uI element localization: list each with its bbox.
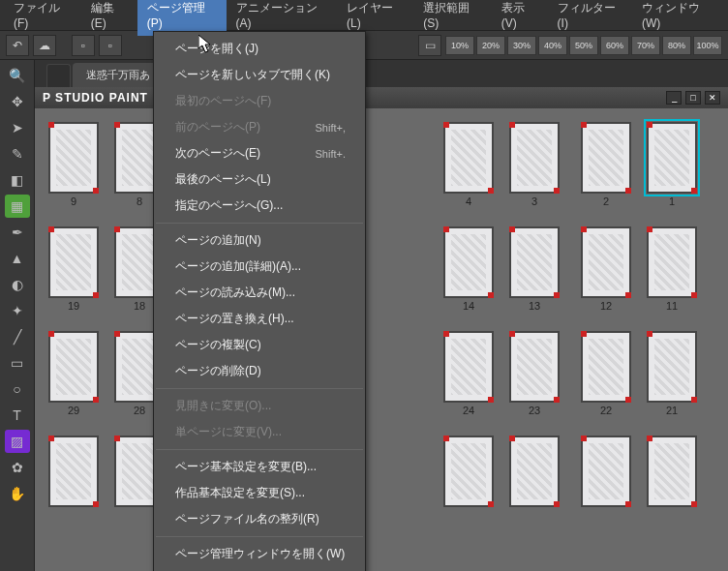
menu-ファイル(F)[interactable]: ファイル(F): [4, 0, 81, 36]
brush-tool-icon[interactable]: ✎: [5, 142, 30, 165]
page-thumbnail[interactable]: 4: [441, 122, 496, 207]
menu-separator: [156, 388, 363, 389]
new-button[interactable]: ▫: [72, 35, 95, 56]
zoom-70%[interactable]: 70%: [631, 36, 660, 55]
close-button[interactable]: ✕: [705, 91, 720, 105]
panel-header: P STUDIO PAINT EX ⎯ □ ✕: [35, 87, 728, 108]
menu-separator: [156, 223, 363, 224]
left-tool-palette: 🔍 ✥ ➤ ✎ ◧ ▦ ✒ ▲ ◐ ✦ ╱ ▭ ○ T ▨ ✿ ✋: [0, 60, 35, 571]
page-thumbnail[interactable]: 14: [441, 226, 496, 312]
zoom-50%[interactable]: 50%: [569, 36, 598, 55]
page-thumbnail[interactable]: 12: [579, 226, 633, 312]
menu-separator: [156, 536, 363, 537]
menu-item[interactable]: ページファイル名の整列(R): [154, 506, 365, 532]
page-number-label: 3: [531, 195, 537, 207]
maximize-button[interactable]: □: [685, 91, 701, 105]
line-tool-icon[interactable]: ╱: [5, 325, 30, 348]
rect-tool-icon[interactable]: ▭: [5, 351, 30, 375]
cloud-button[interactable]: ☁: [33, 35, 56, 56]
menu-item[interactable]: ページの読み込み(M)...: [154, 280, 365, 306]
menu-item[interactable]: 次のページへ(E)Shift+.: [154, 140, 365, 166]
page-thumbnail[interactable]: 2: [579, 122, 633, 207]
menu-item[interactable]: ページ管理ウィンドウを開く(W): [154, 541, 365, 567]
gradient-tool-icon[interactable]: ◐: [5, 273, 30, 296]
tab-bar: 迷惑千万雨あ: [35, 60, 728, 87]
ellipse-tool-icon[interactable]: ○: [5, 377, 30, 401]
menu-item: 最初のページへ(F): [154, 88, 365, 114]
menu-item[interactable]: 指定のページへ(G)...: [154, 193, 365, 219]
stamp-tool-icon[interactable]: ✿: [5, 456, 30, 479]
zoom-60%[interactable]: 60%: [600, 36, 629, 55]
menu-フィルター(I)[interactable]: フィルター(I): [548, 0, 632, 36]
page-thumbnail[interactable]: 19: [46, 226, 101, 312]
menu-bar: ファイル(F)編集(E)ページ管理(P)アニメーション(A)レイヤー(L)選択範…: [0, 0, 728, 31]
menu-item[interactable]: ページの削除(D): [154, 358, 365, 384]
menu-item[interactable]: ページ基本設定を変更(B)...: [154, 454, 365, 480]
document-tab[interactable]: 迷惑千万雨あ: [73, 63, 164, 87]
menu-表示(V)[interactable]: 表示(V): [492, 0, 548, 36]
move-tool-icon[interactable]: ✥: [5, 90, 30, 113]
marquee-tool-icon[interactable]: ▦: [5, 195, 30, 218]
page-number-label: 4: [466, 195, 471, 207]
page-number-label: 14: [463, 300, 474, 312]
pointer-tool-icon[interactable]: ➤: [5, 116, 30, 139]
tab-spacer[interactable]: [46, 64, 71, 87]
panel-title: P STUDIO PAINT EX: [43, 91, 169, 105]
zoom-30%[interactable]: 30%: [507, 36, 536, 55]
zoom-10%[interactable]: 10%: [445, 36, 474, 55]
menu-item[interactable]: ページを新しいタブで開く(K): [154, 62, 365, 88]
page-thumbnail[interactable]: [579, 436, 633, 509]
page-thumbnail[interactable]: 22: [579, 331, 633, 416]
page-thumbnail[interactable]: [46, 436, 101, 509]
menu-item[interactable]: 最後のページへ(L): [154, 166, 365, 193]
page-number-label: 1: [669, 195, 675, 207]
page-number-label: 2: [603, 195, 609, 207]
page-thumbnail[interactable]: 24: [441, 331, 496, 416]
menu-item: 見開きに変更(O)...: [154, 393, 365, 419]
page-number-label: 23: [529, 405, 540, 416]
page-thumbnail[interactable]: [645, 436, 699, 509]
menu-ウィンドウ(W)[interactable]: ウィンドウ(W): [632, 0, 724, 36]
hand-tool-icon[interactable]: ✋: [5, 482, 30, 505]
zoom-20%[interactable]: 20%: [476, 36, 505, 55]
menu-item: 前のページへ(P)Shift+,: [154, 114, 365, 140]
page-thumbnail[interactable]: 29: [46, 331, 101, 416]
undo-button[interactable]: ↶: [6, 35, 29, 56]
page-thumbnail[interactable]: [441, 436, 496, 509]
open-button[interactable]: ▫: [99, 35, 122, 56]
page-thumbnail[interactable]: 1: [645, 122, 699, 207]
menu-item[interactable]: ページの置き換え(H)...: [154, 306, 365, 332]
page-thumbnail[interactable]: 9: [46, 122, 101, 207]
menu-item[interactable]: 作品基本設定を変更(S)...: [154, 480, 365, 506]
wand-tool-icon[interactable]: ✦: [5, 299, 30, 322]
page-number-label: 19: [68, 300, 79, 312]
page-thumbnail[interactable]: 23: [507, 331, 561, 416]
pen-tool-icon[interactable]: ✒: [5, 221, 30, 244]
text-tool-icon[interactable]: T: [5, 404, 30, 427]
menu-item[interactable]: ページの追加(詳細)(A)...: [154, 254, 365, 280]
page-thumbnail[interactable]: 11: [645, 226, 699, 312]
page-number-label: 8: [136, 195, 142, 207]
menu-item[interactable]: ページの複製(C): [154, 332, 365, 358]
zoom-40%[interactable]: 40%: [538, 36, 567, 55]
menu-編集(E)[interactable]: 編集(E): [81, 0, 137, 36]
page-thumbnail[interactable]: 13: [507, 226, 561, 312]
menu-item[interactable]: ページを開く(J): [154, 36, 365, 62]
minimize-button[interactable]: ⎯: [666, 91, 682, 105]
ruler-button[interactable]: ▭: [418, 35, 441, 56]
menu-item[interactable]: ページの追加(N): [154, 227, 365, 254]
zoom-100%[interactable]: 100%: [693, 36, 722, 55]
zoom-80%[interactable]: 80%: [662, 36, 691, 55]
page-thumbnail-area[interactable]: 984321191814131211292824232221: [35, 108, 728, 571]
pattern-tool-icon[interactable]: ▨: [5, 430, 30, 453]
menu-選択範囲(S)[interactable]: 選択範囲(S): [413, 0, 492, 36]
page-thumbnail[interactable]: 3: [507, 122, 561, 207]
page-thumbnail[interactable]: 21: [645, 331, 699, 416]
eraser-tool-icon[interactable]: ◧: [5, 168, 30, 192]
page-number-label: 9: [71, 195, 76, 207]
menu-item[interactable]: ページ管理ウィンドウレイアウト(Q)▶: [154, 567, 365, 571]
zoom-tool-icon[interactable]: 🔍: [5, 64, 30, 87]
page-thumbnail[interactable]: [507, 436, 561, 509]
bucket-tool-icon[interactable]: ▲: [5, 247, 30, 270]
page-number-label: 24: [463, 405, 474, 416]
